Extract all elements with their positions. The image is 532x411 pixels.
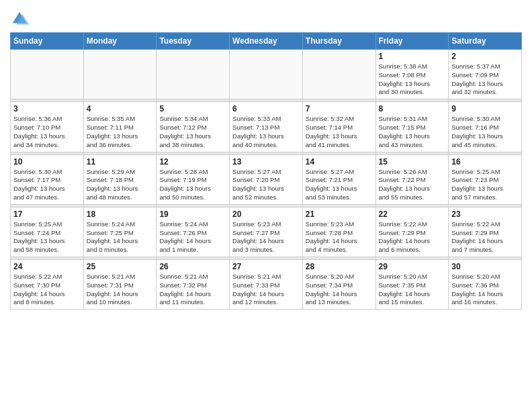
calendar-cell: 9Sunrise: 5:30 AM Sunset: 7:16 PM Daylig… — [449, 102, 522, 152]
day-number: 24 — [13, 262, 81, 271]
day-info: Sunrise: 5:22 AM Sunset: 7:29 PM Dayligh… — [379, 220, 446, 255]
calendar-cell: 8Sunrise: 5:31 AM Sunset: 7:15 PM Daylig… — [375, 102, 449, 152]
calendar-cell: 7Sunrise: 5:32 AM Sunset: 7:14 PM Daylig… — [302, 102, 375, 152]
day-info: Sunrise: 5:31 AM Sunset: 7:15 PM Dayligh… — [379, 115, 446, 149]
calendar-week-row: 24Sunrise: 5:22 AM Sunset: 7:30 PM Dayli… — [11, 260, 522, 310]
calendar-cell: 13Sunrise: 5:27 AM Sunset: 7:20 PM Dayli… — [230, 154, 303, 204]
calendar-cell: 16Sunrise: 5:25 AM Sunset: 7:23 PM Dayli… — [449, 154, 522, 204]
calendar-cell: 6Sunrise: 5:33 AM Sunset: 7:13 PM Daylig… — [230, 102, 303, 152]
calendar-cell: 18Sunrise: 5:24 AM Sunset: 7:25 PM Dayli… — [83, 207, 157, 257]
day-number: 30 — [451, 262, 519, 271]
calendar-cell: 28Sunrise: 5:20 AM Sunset: 7:34 PM Dayli… — [302, 260, 375, 310]
calendar-week-row: 3Sunrise: 5:36 AM Sunset: 7:10 PM Daylig… — [11, 102, 522, 152]
day-number: 13 — [232, 157, 300, 167]
calendar-cell — [11, 50, 84, 99]
day-number: 4 — [87, 104, 154, 113]
calendar-cell: 10Sunrise: 5:30 AM Sunset: 7:17 PM Dayli… — [11, 154, 84, 204]
weekday-header-friday: Friday — [375, 33, 449, 50]
calendar-cell: 26Sunrise: 5:21 AM Sunset: 7:32 PM Dayli… — [157, 260, 230, 310]
calendar-cell: 14Sunrise: 5:27 AM Sunset: 7:21 PM Dayli… — [302, 154, 375, 204]
day-info: Sunrise: 5:23 AM Sunset: 7:27 PM Dayligh… — [232, 220, 300, 255]
calendar-cell: 4Sunrise: 5:35 AM Sunset: 7:11 PM Daylig… — [83, 102, 157, 152]
calendar-cell: 23Sunrise: 5:22 AM Sunset: 7:29 PM Dayli… — [449, 207, 522, 257]
calendar-cell: 25Sunrise: 5:21 AM Sunset: 7:31 PM Dayli… — [83, 260, 157, 310]
day-info: Sunrise: 5:26 AM Sunset: 7:22 PM Dayligh… — [379, 168, 446, 202]
day-number: 9 — [451, 104, 519, 113]
weekday-header-wednesday: Wednesday — [230, 33, 303, 50]
day-info: Sunrise: 5:25 AM Sunset: 7:24 PM Dayligh… — [13, 220, 81, 255]
day-info: Sunrise: 5:34 AM Sunset: 7:12 PM Dayligh… — [159, 115, 226, 149]
day-info: Sunrise: 5:20 AM Sunset: 7:36 PM Dayligh… — [451, 273, 519, 307]
calendar-week-row: 10Sunrise: 5:30 AM Sunset: 7:17 PM Dayli… — [11, 154, 522, 204]
day-number: 21 — [306, 210, 373, 219]
calendar-cell: 30Sunrise: 5:20 AM Sunset: 7:36 PM Dayli… — [449, 260, 522, 310]
day-number: 29 — [379, 262, 446, 271]
calendar-cell: 24Sunrise: 5:22 AM Sunset: 7:30 PM Dayli… — [11, 260, 84, 310]
day-info: Sunrise: 5:29 AM Sunset: 7:18 PM Dayligh… — [87, 168, 154, 202]
calendar-cell: 27Sunrise: 5:21 AM Sunset: 7:33 PM Dayli… — [230, 260, 303, 310]
weekday-header-sunday: Sunday — [11, 33, 84, 50]
day-number: 11 — [87, 157, 154, 167]
day-number: 10 — [13, 157, 81, 167]
day-number: 20 — [232, 210, 300, 219]
day-number: 1 — [379, 52, 446, 61]
day-number: 27 — [232, 262, 300, 271]
calendar-cell — [302, 50, 375, 99]
logo — [10, 9, 32, 28]
calendar-cell: 29Sunrise: 5:20 AM Sunset: 7:35 PM Dayli… — [375, 260, 449, 310]
day-number: 14 — [306, 157, 373, 167]
day-info: Sunrise: 5:21 AM Sunset: 7:32 PM Dayligh… — [159, 273, 226, 307]
day-number: 17 — [13, 210, 81, 219]
calendar-cell: 2Sunrise: 5:37 AM Sunset: 7:09 PM Daylig… — [449, 50, 522, 99]
day-info: Sunrise: 5:21 AM Sunset: 7:31 PM Dayligh… — [87, 273, 154, 307]
day-number: 22 — [379, 210, 446, 219]
day-number: 7 — [306, 104, 373, 113]
calendar-cell: 17Sunrise: 5:25 AM Sunset: 7:24 PM Dayli… — [11, 207, 84, 257]
day-info: Sunrise: 5:25 AM Sunset: 7:23 PM Dayligh… — [451, 168, 519, 202]
day-number: 15 — [379, 157, 446, 167]
day-info: Sunrise: 5:21 AM Sunset: 7:33 PM Dayligh… — [232, 273, 300, 307]
day-info: Sunrise: 5:35 AM Sunset: 7:11 PM Dayligh… — [87, 115, 154, 149]
calendar-cell: 15Sunrise: 5:26 AM Sunset: 7:22 PM Dayli… — [375, 154, 449, 204]
day-number: 6 — [232, 104, 300, 113]
logo-icon — [10, 9, 29, 28]
day-info: Sunrise: 5:33 AM Sunset: 7:13 PM Dayligh… — [232, 115, 300, 149]
calendar-cell: 19Sunrise: 5:24 AM Sunset: 7:26 PM Dayli… — [157, 207, 230, 257]
calendar-week-row: 1Sunrise: 5:38 AM Sunset: 7:08 PM Daylig… — [11, 50, 522, 99]
calendar-cell: 21Sunrise: 5:23 AM Sunset: 7:28 PM Dayli… — [302, 207, 375, 257]
calendar-week-row: 17Sunrise: 5:25 AM Sunset: 7:24 PM Dayli… — [11, 207, 522, 257]
calendar-cell: 3Sunrise: 5:36 AM Sunset: 7:10 PM Daylig… — [11, 102, 84, 152]
day-info: Sunrise: 5:36 AM Sunset: 7:10 PM Dayligh… — [13, 115, 81, 149]
day-number: 19 — [159, 210, 226, 219]
day-info: Sunrise: 5:24 AM Sunset: 7:26 PM Dayligh… — [159, 220, 226, 255]
calendar-table: SundayMondayTuesdayWednesdayThursdayFrid… — [10, 32, 522, 310]
calendar-cell — [83, 50, 157, 99]
day-number: 18 — [87, 210, 154, 219]
day-info: Sunrise: 5:20 AM Sunset: 7:34 PM Dayligh… — [306, 273, 373, 307]
page-header — [10, 7, 522, 28]
day-info: Sunrise: 5:23 AM Sunset: 7:28 PM Dayligh… — [306, 220, 373, 255]
day-number: 16 — [451, 157, 519, 167]
day-number: 5 — [159, 104, 226, 113]
day-info: Sunrise: 5:24 AM Sunset: 7:25 PM Dayligh… — [87, 220, 154, 255]
day-info: Sunrise: 5:27 AM Sunset: 7:21 PM Dayligh… — [306, 168, 373, 202]
day-info: Sunrise: 5:30 AM Sunset: 7:17 PM Dayligh… — [13, 168, 81, 202]
day-info: Sunrise: 5:22 AM Sunset: 7:30 PM Dayligh… — [13, 273, 81, 307]
weekday-header-monday: Monday — [83, 33, 157, 50]
day-info: Sunrise: 5:32 AM Sunset: 7:14 PM Dayligh… — [306, 115, 373, 149]
day-number: 8 — [379, 104, 446, 113]
calendar-cell: 12Sunrise: 5:28 AM Sunset: 7:19 PM Dayli… — [157, 154, 230, 204]
calendar-cell: 5Sunrise: 5:34 AM Sunset: 7:12 PM Daylig… — [157, 102, 230, 152]
calendar-cell: 1Sunrise: 5:38 AM Sunset: 7:08 PM Daylig… — [375, 50, 449, 99]
day-info: Sunrise: 5:27 AM Sunset: 7:20 PM Dayligh… — [232, 168, 300, 202]
day-info: Sunrise: 5:30 AM Sunset: 7:16 PM Dayligh… — [451, 115, 519, 149]
weekday-header-thursday: Thursday — [302, 33, 375, 50]
weekday-header-tuesday: Tuesday — [157, 33, 230, 50]
calendar-cell: 22Sunrise: 5:22 AM Sunset: 7:29 PM Dayli… — [375, 207, 449, 257]
calendar-cell — [230, 50, 303, 99]
day-number: 28 — [306, 262, 373, 271]
day-number: 23 — [451, 210, 519, 219]
calendar-cell: 20Sunrise: 5:23 AM Sunset: 7:27 PM Dayli… — [230, 207, 303, 257]
day-number: 2 — [451, 52, 519, 61]
day-info: Sunrise: 5:20 AM Sunset: 7:35 PM Dayligh… — [379, 273, 446, 307]
